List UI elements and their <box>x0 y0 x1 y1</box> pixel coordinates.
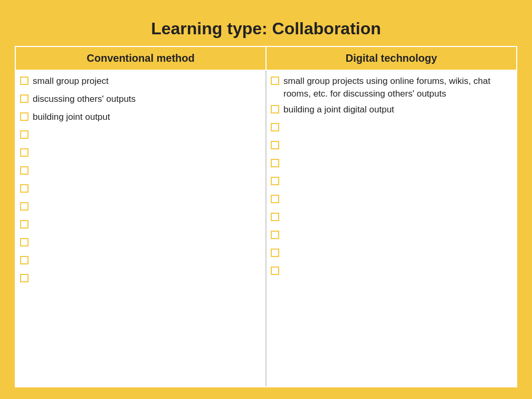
empty-item <box>20 272 263 287</box>
checkbox-icon[interactable] <box>20 166 28 175</box>
empty-item <box>271 229 514 244</box>
checkbox-icon[interactable] <box>20 220 28 229</box>
checkbox-icon[interactable] <box>271 123 279 131</box>
list-item: discussing others' outputs <box>20 93 263 108</box>
checkbox-icon[interactable] <box>20 184 28 193</box>
title-bar: Learning type: Collaboration <box>13 10 519 46</box>
item-text: small group project <box>33 75 109 88</box>
list-item: building joint output <box>20 111 263 126</box>
checkbox-icon[interactable] <box>271 141 279 149</box>
table-body: small group project discussing others' o… <box>16 71 516 386</box>
empty-item <box>20 254 263 269</box>
empty-item <box>271 265 514 280</box>
checkbox-icon[interactable] <box>271 77 279 85</box>
digital-column: small group projects using online forums… <box>267 71 516 386</box>
list-item: building a joint digital output <box>271 103 514 118</box>
checkbox-icon[interactable] <box>271 249 279 257</box>
list-item: small group project <box>20 75 263 90</box>
conventional-column: small group project discussing others' o… <box>16 71 267 386</box>
table-header: Conventional method Digital technology <box>16 47 516 71</box>
checkbox-icon[interactable] <box>271 177 279 185</box>
item-text: building a joint digital output <box>283 103 394 116</box>
empty-item <box>20 201 263 215</box>
empty-item <box>20 129 263 144</box>
empty-item <box>271 247 514 262</box>
checkbox-icon[interactable] <box>20 94 28 103</box>
list-item: small group projects using online forums… <box>271 75 514 100</box>
checkbox-icon[interactable] <box>271 159 279 167</box>
empty-item <box>271 121 514 136</box>
checkbox-icon[interactable] <box>20 238 28 246</box>
checkbox-icon[interactable] <box>271 105 279 113</box>
empty-item <box>20 236 263 251</box>
checkbox-icon[interactable] <box>20 77 28 85</box>
item-text: discussing others' outputs <box>33 93 136 106</box>
checkbox-icon[interactable] <box>20 256 28 264</box>
checkbox-icon[interactable] <box>271 231 279 239</box>
slide-title: Learning type: Collaboration <box>18 19 514 39</box>
slide-container: Learning type: Collaboration Conventiona… <box>13 10 519 390</box>
digital-header: Digital technology <box>267 47 516 70</box>
empty-item <box>271 157 514 172</box>
item-text: small group projects using online forums… <box>283 75 514 100</box>
empty-item <box>271 139 514 154</box>
empty-item <box>20 183 263 197</box>
empty-item <box>271 211 514 226</box>
empty-item <box>20 147 263 162</box>
checkbox-icon[interactable] <box>20 112 28 121</box>
item-text: building joint output <box>33 111 110 124</box>
checkbox-icon[interactable] <box>20 274 28 282</box>
empty-item <box>271 175 514 190</box>
checkbox-icon[interactable] <box>271 195 279 203</box>
empty-item <box>20 165 263 179</box>
checkbox-icon[interactable] <box>20 148 28 157</box>
checkbox-icon[interactable] <box>20 202 28 211</box>
empty-item <box>271 193 514 208</box>
checkbox-icon[interactable] <box>271 213 279 221</box>
comparison-table: Conventional method Digital technology s… <box>15 46 517 387</box>
checkbox-icon[interactable] <box>271 267 279 275</box>
checkbox-icon[interactable] <box>20 130 28 139</box>
empty-item <box>20 218 263 233</box>
conventional-header: Conventional method <box>16 47 267 70</box>
